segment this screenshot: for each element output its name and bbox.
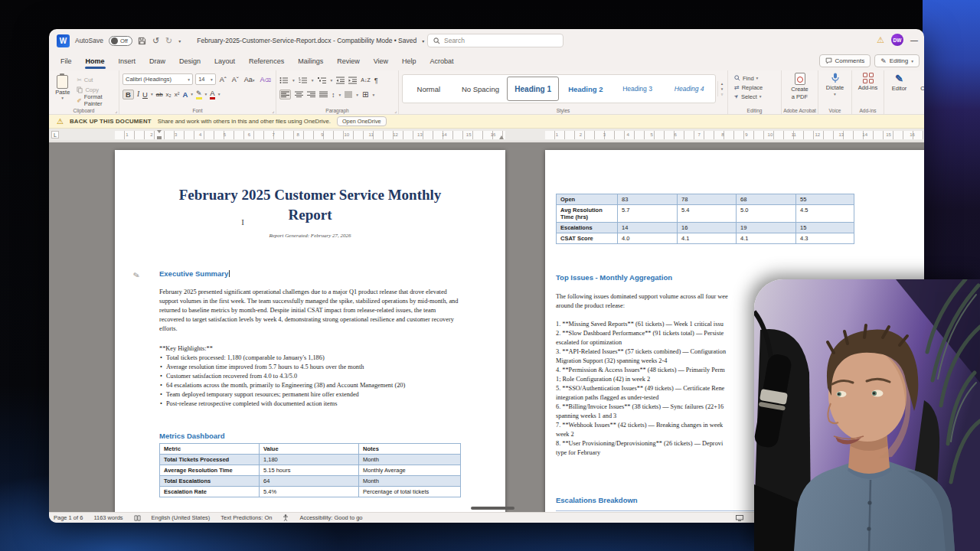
accessibility-status[interactable]: Accessibility: Good to go bbox=[299, 514, 362, 521]
dialog-launcher-icon[interactable]: ⌟ bbox=[115, 108, 117, 113]
ribbon-tab[interactable]: Layout bbox=[207, 54, 242, 69]
ribbon-tab[interactable]: File bbox=[54, 54, 79, 69]
style-item[interactable]: Normal bbox=[403, 77, 454, 101]
bullets-button[interactable] bbox=[279, 77, 289, 84]
align-right-button[interactable] bbox=[307, 91, 315, 98]
ribbon-tab[interactable]: Draw bbox=[142, 54, 172, 69]
ribbon-tab[interactable]: Design bbox=[172, 54, 207, 69]
editor-button[interactable]: Editor bbox=[892, 85, 907, 92]
ribbon-tab[interactable]: Mailings bbox=[291, 54, 330, 69]
select-button[interactable]: ➤ Select▾ bbox=[734, 92, 778, 101]
numbering-button[interactable] bbox=[299, 77, 308, 84]
exec-summary-heading: Executive Summary bbox=[159, 269, 461, 278]
paste-button[interactable]: Paste ▾ bbox=[52, 73, 73, 105]
editor-group: ✎ Editor bbox=[884, 70, 914, 114]
sort-button[interactable]: A↓Z bbox=[361, 77, 370, 83]
italic-button[interactable]: I bbox=[137, 90, 139, 98]
superscript-button[interactable]: x² bbox=[175, 91, 180, 98]
font-color-button[interactable]: A bbox=[210, 89, 214, 99]
redo-icon[interactable]: ↻ bbox=[165, 36, 172, 46]
search-input[interactable]: Search bbox=[427, 34, 564, 47]
create-pdf-button[interactable]: Create bbox=[791, 86, 808, 93]
tab-selector[interactable]: L bbox=[51, 131, 59, 139]
autosave-toggle[interactable]: Off bbox=[109, 36, 132, 46]
cut-button[interactable]: ✂Cut bbox=[77, 76, 116, 84]
ribbon-tab[interactable]: Review bbox=[330, 54, 367, 69]
bold-button[interactable]: B bbox=[122, 90, 134, 99]
text-predictions[interactable]: Text Predictions: On bbox=[220, 514, 272, 521]
warning-icon[interactable]: ⚠ bbox=[877, 35, 884, 45]
comments-button[interactable]: Comments bbox=[819, 54, 871, 67]
minimize-icon[interactable]: — bbox=[910, 36, 918, 44]
replace-button[interactable]: ⇄ Replace bbox=[734, 83, 778, 92]
language-indicator[interactable]: English (United States) bbox=[152, 514, 211, 521]
align-center-button[interactable] bbox=[295, 91, 303, 98]
save-icon[interactable] bbox=[138, 37, 146, 45]
format-painter-icon: ✐ bbox=[77, 97, 81, 104]
ruler[interactable]: L 12345678910111213141516 12345678910111… bbox=[49, 129, 924, 142]
chevron-down-icon: ▾ bbox=[61, 96, 64, 100]
line-spacing-button[interactable]: ↕ bbox=[332, 91, 335, 99]
pilcrow-button[interactable]: ¶ bbox=[374, 77, 378, 84]
key-highlights-list: Total tickets processed: 1,180 (comparab… bbox=[159, 354, 461, 409]
copilot-button[interactable]: Copilot bbox=[920, 85, 924, 92]
copilot-margin-icon[interactable]: ✎ bbox=[132, 270, 141, 280]
change-case-button[interactable]: Aa▾ bbox=[243, 76, 256, 83]
style-item[interactable]: Heading 3 bbox=[612, 77, 663, 101]
ribbon-tab[interactable]: References bbox=[242, 54, 291, 69]
styles-gallery-arrows[interactable]: ▴▾▿ bbox=[717, 81, 726, 96]
indent-marker-left[interactable] bbox=[157, 130, 162, 139]
text-effects-button[interactable]: A bbox=[182, 90, 188, 99]
dialog-launcher-icon[interactable]: ⌟ bbox=[272, 108, 274, 113]
style-item[interactable]: Heading 2 bbox=[560, 77, 611, 101]
add-ins-button[interactable]: Add-ins bbox=[858, 84, 877, 91]
clear-formatting-button[interactable]: A⌫ bbox=[259, 76, 273, 83]
ribbon-tab[interactable]: Home bbox=[79, 54, 112, 69]
undo-icon[interactable]: ↺ bbox=[152, 36, 159, 46]
word-count[interactable]: 1163 words bbox=[93, 514, 122, 521]
strikethrough-button[interactable]: ab bbox=[156, 91, 163, 98]
autosave-state: Off bbox=[120, 37, 128, 44]
select-icon: ➤ bbox=[733, 93, 740, 100]
ribbon-tab[interactable]: Acrobat bbox=[423, 54, 461, 69]
subscript-button[interactable]: x₂ bbox=[166, 91, 172, 98]
horizontal-scrollbar[interactable] bbox=[471, 507, 514, 510]
align-left-button[interactable] bbox=[279, 90, 291, 99]
font-size-select[interactable]: 14▾ bbox=[195, 73, 216, 85]
grow-font-button[interactable]: Aˆ bbox=[218, 76, 228, 83]
underline-button[interactable]: U bbox=[142, 90, 148, 99]
increase-indent-button[interactable] bbox=[348, 77, 357, 84]
create-pdf-button-line2[interactable]: a PDF bbox=[792, 93, 808, 100]
dialog-launcher-icon[interactable]: ⌟ bbox=[394, 108, 397, 113]
ribbon-tab[interactable]: Help bbox=[395, 54, 423, 69]
avatar[interactable]: DW bbox=[891, 34, 903, 46]
open-onedrive-button[interactable]: Open OneDrive bbox=[337, 116, 387, 126]
style-item[interactable]: Heading 1 bbox=[507, 77, 559, 101]
indent-marker-right[interactable] bbox=[499, 135, 504, 139]
decrease-indent-button[interactable] bbox=[336, 77, 345, 84]
qat-more-icon[interactable]: ▾ bbox=[178, 38, 181, 44]
ribbon-tab[interactable]: Insert bbox=[112, 54, 143, 69]
editing-mode-button[interactable]: ✎ Editing ▾ bbox=[874, 54, 920, 67]
display-settings-icon[interactable] bbox=[736, 515, 743, 521]
find-button[interactable]: Find▾ bbox=[734, 73, 778, 83]
document-page-1[interactable]: February 2025 Customer Service Monthly R… bbox=[115, 150, 505, 512]
borders-button[interactable]: ⊞ bbox=[362, 90, 368, 99]
paragraph-group: ▾ ▾ ▾ A↓Z ¶ ↕▾ ▾ ⊞▾ Paragraph ⌟ bbox=[276, 70, 399, 114]
style-item[interactable]: Heading 4 bbox=[664, 77, 714, 101]
shading-button[interactable] bbox=[345, 91, 352, 98]
multilevel-list-button[interactable] bbox=[318, 77, 327, 84]
ribbon-tab[interactable]: View bbox=[367, 54, 395, 69]
page-indicator[interactable]: Page 1 of 6 bbox=[54, 514, 83, 521]
shrink-font-button[interactable]: Aˇ bbox=[230, 76, 240, 83]
highlight-color-button[interactable]: ✎ bbox=[196, 90, 202, 99]
style-item[interactable]: No Spacing bbox=[456, 77, 506, 101]
pencil-icon: ✎ bbox=[880, 57, 887, 65]
font-family-select[interactable]: Calibri (Headings)▾ bbox=[122, 73, 193, 85]
proofing-icon[interactable] bbox=[134, 515, 141, 521]
justify-button[interactable] bbox=[319, 91, 328, 98]
dictate-button[interactable]: Dictate bbox=[826, 84, 844, 91]
title-chevron-icon[interactable]: ▾ bbox=[422, 38, 424, 44]
autosave-label: AutoSave bbox=[75, 37, 103, 44]
format-painter-button[interactable]: ✐Format Painter bbox=[77, 96, 116, 105]
